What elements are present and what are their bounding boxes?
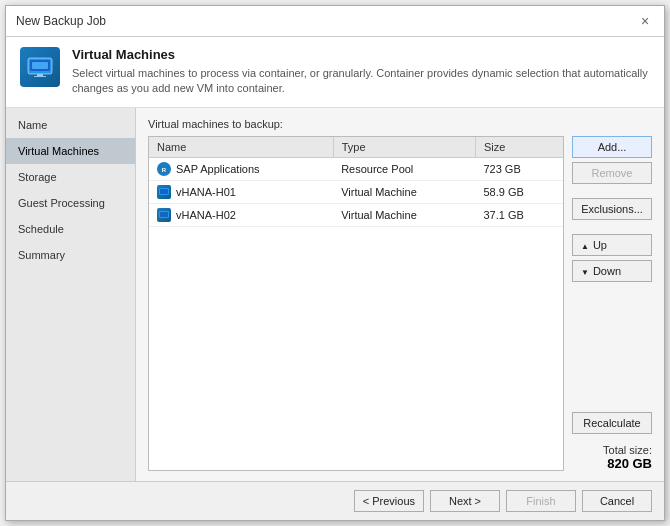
- exclusions-button[interactable]: Exclusions...: [572, 198, 652, 220]
- next-button[interactable]: Next >: [430, 490, 500, 512]
- row-name-cell: vHANA-H02: [149, 203, 333, 226]
- row-size-cell: 37.1 GB: [475, 203, 563, 226]
- svg-rect-2: [32, 62, 48, 69]
- svg-rect-8: [160, 189, 168, 194]
- content-area: Name Virtual Machines Storage Guest Proc…: [6, 108, 664, 481]
- sidebar-item-schedule[interactable]: Schedule: [6, 216, 135, 242]
- sidebar-item-storage[interactable]: Storage: [6, 164, 135, 190]
- add-button[interactable]: Add...: [572, 136, 652, 158]
- cancel-button[interactable]: Cancel: [582, 490, 652, 512]
- down-button[interactable]: Down: [572, 260, 652, 282]
- recalculate-button[interactable]: Recalculate: [572, 412, 652, 434]
- col-header-type: Type: [333, 137, 475, 158]
- vm-icon: [20, 47, 60, 87]
- table-row[interactable]: R SAP ApplicationsResource Pool723 GB: [149, 157, 563, 180]
- up-label: Up: [593, 239, 607, 251]
- close-button[interactable]: ×: [636, 12, 654, 30]
- row-type-cell: Virtual Machine: [333, 180, 475, 203]
- vm-table: Name Type Size R SAP ApplicationsResourc…: [149, 137, 563, 227]
- sidebar-item-name[interactable]: Name: [6, 112, 135, 138]
- row-size-cell: 58.9 GB: [475, 180, 563, 203]
- table-header-row: Name Type Size: [149, 137, 563, 158]
- sidebar-item-summary[interactable]: Summary: [6, 242, 135, 268]
- total-size-value: 820 GB: [572, 456, 652, 471]
- row-size-cell: 723 GB: [475, 157, 563, 180]
- side-buttons: Add... Remove Exclusions... Up Down Reca…: [572, 136, 652, 471]
- sidebar: Name Virtual Machines Storage Guest Proc…: [6, 108, 136, 481]
- sidebar-item-virtual-machines[interactable]: Virtual Machines: [6, 138, 135, 164]
- title-bar: New Backup Job ×: [6, 6, 664, 37]
- row-type-cell: Resource Pool: [333, 157, 475, 180]
- row-type-cell: Virtual Machine: [333, 203, 475, 226]
- vm-icon-inner: [20, 47, 60, 87]
- header-section: Virtual Machines Select virtual machines…: [6, 37, 664, 108]
- row-icon-wrapper: vHANA-H01: [157, 185, 236, 199]
- header-title: Virtual Machines: [72, 47, 650, 62]
- svg-rect-10: [160, 212, 168, 217]
- sidebar-item-guest-processing[interactable]: Guest Processing: [6, 190, 135, 216]
- svg-rect-3: [37, 74, 43, 76]
- header-description: Select virtual machines to process via c…: [72, 66, 650, 97]
- down-label: Down: [593, 265, 621, 277]
- col-header-size: Size: [475, 137, 563, 158]
- down-arrow-icon: [581, 265, 589, 277]
- svg-rect-4: [34, 76, 46, 77]
- total-size-label: Total size:: [572, 444, 652, 456]
- virtual-machine-icon: [157, 185, 171, 199]
- vm-table-body: R SAP ApplicationsResource Pool723 GB vH…: [149, 157, 563, 226]
- col-header-name: Name: [149, 137, 333, 158]
- row-icon-wrapper: vHANA-H02: [157, 208, 236, 222]
- vm-table-wrapper: Name Type Size R SAP ApplicationsResourc…: [148, 136, 564, 471]
- new-backup-job-dialog: New Backup Job × Virtual Machines Select…: [5, 5, 665, 521]
- dialog-title: New Backup Job: [16, 14, 106, 28]
- header-text: Virtual Machines Select virtual machines…: [72, 47, 650, 97]
- table-label: Virtual machines to backup:: [148, 118, 652, 130]
- finish-button[interactable]: Finish: [506, 490, 576, 512]
- row-name-cell: R SAP Applications: [149, 157, 333, 180]
- main-panel: Virtual machines to backup: Name Type Si…: [136, 108, 664, 481]
- up-button[interactable]: Up: [572, 234, 652, 256]
- remove-button[interactable]: Remove: [572, 162, 652, 184]
- svg-text:R: R: [162, 167, 167, 173]
- previous-button[interactable]: < Previous: [354, 490, 424, 512]
- row-icon-wrapper: R SAP Applications: [157, 162, 260, 176]
- footer: < Previous Next > Finish Cancel: [6, 481, 664, 520]
- total-size-section: Total size: 820 GB: [572, 438, 652, 471]
- table-area: Name Type Size R SAP ApplicationsResourc…: [148, 136, 652, 471]
- table-row[interactable]: vHANA-H01Virtual Machine58.9 GB: [149, 180, 563, 203]
- virtual-machine-icon: [157, 208, 171, 222]
- row-name-cell: vHANA-H01: [149, 180, 333, 203]
- up-arrow-icon: [581, 239, 589, 251]
- vm-svg-icon: [27, 57, 53, 77]
- resource-pool-icon: R: [157, 162, 171, 176]
- table-row[interactable]: vHANA-H02Virtual Machine37.1 GB: [149, 203, 563, 226]
